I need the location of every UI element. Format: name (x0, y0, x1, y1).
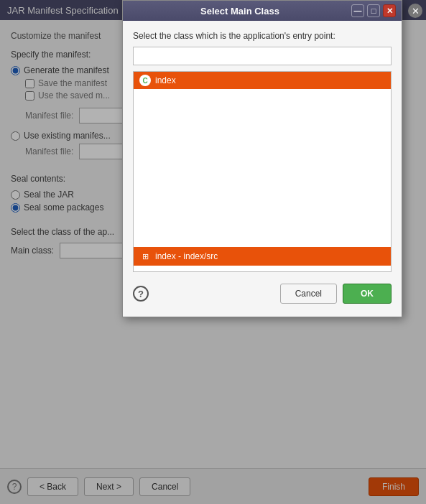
titlebar-controls: — □ ✕ (351, 4, 396, 17)
maximize-button[interactable]: □ (367, 4, 380, 17)
module-item-index[interactable]: ⊞ index - index/src (134, 247, 391, 266)
class-search-input[interactable] (133, 47, 392, 65)
minimize-button[interactable]: — (351, 4, 364, 17)
dialog-title: Select Main Class (129, 6, 351, 17)
dialog-titlebar: Select Main Class — □ ✕ (123, 1, 402, 21)
class-icon-index: C (139, 75, 151, 86)
class-name-index: index (155, 75, 176, 85)
class-item-index[interactable]: C index (134, 72, 391, 89)
dialog-ok-button[interactable]: OK (343, 284, 392, 304)
dialog-help-button[interactable]: ? (133, 286, 149, 302)
module-icon: ⊞ (139, 251, 151, 262)
outer-close-button[interactable]: ✕ (408, 4, 422, 18)
module-name: index - index/src (155, 251, 218, 261)
dialog-description: Select the class which is the applicatio… (133, 31, 392, 41)
dialog-actions: ? Cancel OK (133, 278, 392, 307)
dialog-cancel-button[interactable]: Cancel (280, 284, 337, 304)
dialog-close-button[interactable]: ✕ (383, 4, 396, 17)
dialog-content: Select the class which is the applicatio… (123, 21, 402, 317)
class-list[interactable]: C index ⊞ index - index/src (133, 71, 392, 272)
class-list-empty-space (134, 89, 391, 247)
select-main-class-dialog: Select Main Class — □ ✕ Select the class… (122, 0, 402, 317)
class-list-bottom-space (134, 266, 391, 272)
